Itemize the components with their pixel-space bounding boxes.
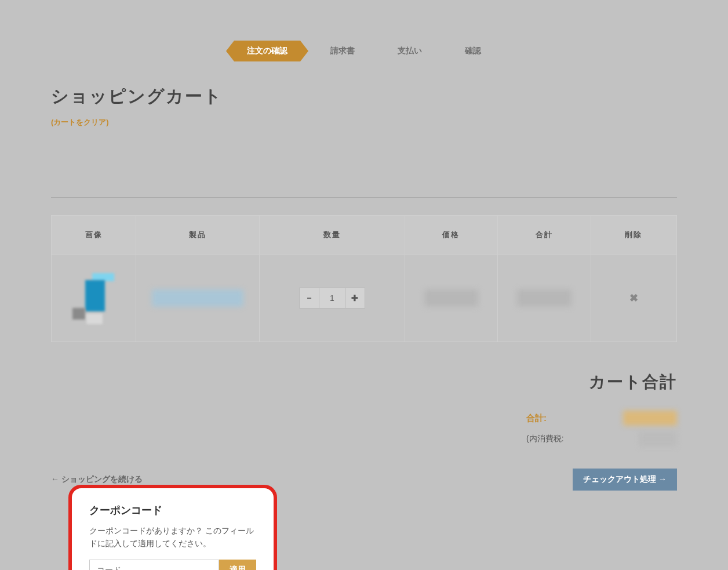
line-total-value: ████ — [517, 289, 571, 307]
total-value: ████ — [623, 411, 677, 426]
cart-total-box: カート合計 合計: ████ (内消費税: ███ — [526, 371, 677, 452]
step-review[interactable]: 注文の確認 — [234, 41, 300, 61]
cell-product: ████ ████ ███ — [136, 255, 260, 342]
step-billing[interactable]: 請求書 — [318, 41, 367, 61]
coupon-title: クーポンコード — [89, 503, 256, 517]
th-image: 画像 — [52, 216, 136, 255]
cell-quantity: − ✚ — [259, 255, 405, 342]
quantity-stepper: − ✚ — [299, 288, 365, 308]
coupon-description: クーポンコードがありますか？ このフィールドに記入して適用してください。 — [89, 524, 256, 550]
product-name[interactable]: ████ ████ ███ — [152, 289, 243, 307]
coupon-apply-button[interactable]: 適用 — [219, 560, 256, 570]
qty-increase-button[interactable]: ✚ — [345, 288, 365, 308]
th-price: 価格 — [405, 216, 497, 255]
continue-shopping-link[interactable]: ショッピングを続ける — [51, 474, 143, 485]
cell-total: ████ — [498, 255, 591, 342]
checkout-steps: 注文の確認 請求書 支払い 確認 — [51, 41, 677, 61]
cart-table: 画像 製品 数量 価格 合計 削除 ████ ████ ███ — [51, 215, 677, 342]
step-confirm[interactable]: 確認 — [452, 41, 494, 61]
coupon-input[interactable] — [89, 560, 219, 570]
page-title: ショッピングカート — [51, 85, 677, 108]
divider — [51, 197, 677, 198]
cart-total-heading: カート合計 — [526, 371, 677, 393]
step-payment[interactable]: 支払い — [385, 41, 435, 61]
coupon-box: クーポンコード クーポンコードがありますか？ このフィールドに記入して適用してく… — [68, 485, 277, 570]
qty-decrease-button[interactable]: − — [300, 288, 319, 308]
th-quantity: 数量 — [259, 216, 405, 255]
table-row: ████ ████ ███ − ✚ ████ ████ ✖ — [52, 255, 677, 342]
cell-price: ████ — [405, 255, 497, 342]
qty-input[interactable] — [319, 288, 345, 308]
total-label: 合計: — [526, 413, 547, 424]
product-image[interactable] — [68, 272, 120, 324]
th-product: 製品 — [136, 216, 260, 255]
th-total: 合計 — [498, 216, 591, 255]
remove-icon[interactable]: ✖ — [629, 292, 638, 304]
price-value: ████ — [424, 289, 478, 307]
clear-cart-link[interactable]: (カートをクリア) — [51, 117, 109, 128]
checkout-button[interactable]: チェックアウト処理 — [573, 469, 677, 491]
cell-image — [52, 255, 136, 342]
th-remove: 削除 — [591, 216, 676, 255]
cell-remove: ✖ — [591, 255, 676, 342]
tax-label: (内消費税: — [526, 434, 564, 444]
tax-value: ███ — [639, 431, 677, 446]
